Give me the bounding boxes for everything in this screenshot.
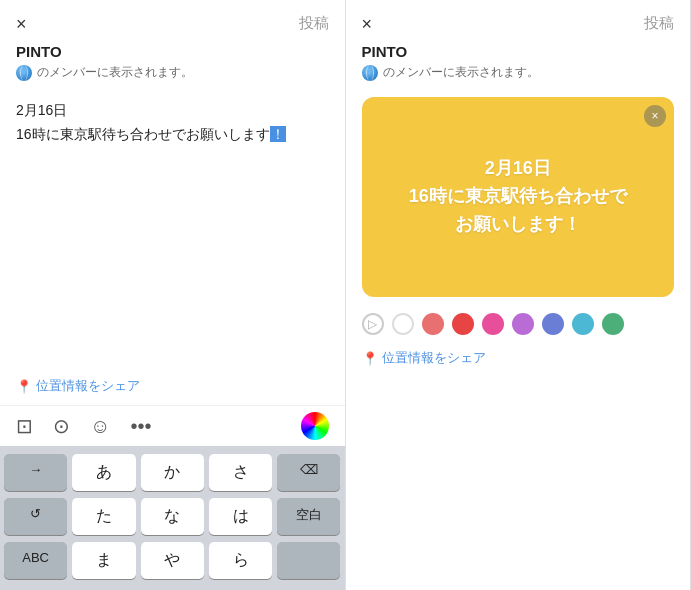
right-location-pin-icon: 📍 (362, 351, 378, 366)
keyboard-row-1: → あ か さ ⌫ (4, 454, 341, 491)
keyboard-row-2: ↺ た な は 空白 (4, 498, 341, 535)
text-cursor: ！ (270, 126, 286, 142)
card-date: 2月16日 (409, 155, 627, 183)
key-ta[interactable]: た (72, 498, 135, 535)
palette-play-button[interactable]: ▷ (362, 313, 384, 335)
image-card[interactable]: × 2月16日 16時に東京駅待ち合わせでお願いします！ (362, 97, 675, 297)
palette-blue[interactable] (542, 313, 564, 335)
left-toolbar: ⊡ ⊙ ☺ ••• (0, 405, 345, 446)
key-ha[interactable]: は (209, 498, 272, 535)
color-wheel-button[interactable] (301, 412, 329, 440)
key-a[interactable]: あ (72, 454, 135, 491)
key-ma[interactable]: ま (72, 542, 135, 579)
card-body: 16時に東京駅待ち合わせでお願いします！ (409, 183, 627, 239)
key-space[interactable]: 空白 (277, 498, 340, 535)
keyboard-row-3: ABC ま や ら (4, 542, 341, 579)
left-location-share[interactable]: 📍 位置情報をシェア (0, 367, 345, 405)
right-member-row: のメンバーに表示されます。 (346, 62, 691, 89)
key-backspace[interactable]: ⌫ (277, 454, 340, 491)
left-post-button[interactable]: 投稿 (299, 14, 329, 33)
key-sa[interactable]: さ (209, 454, 272, 491)
palette-green[interactable] (602, 313, 624, 335)
left-content-area[interactable]: 2月16日 16時に東京駅待ち合わせでお願いします！ (0, 89, 345, 367)
key-abc[interactable]: ABC (4, 542, 67, 579)
right-location-label: 位置情報をシェア (382, 349, 486, 367)
post-body: 16時に東京駅待ち合わせでお願いします！ (16, 123, 329, 145)
right-app-name: PINTO (346, 39, 691, 62)
key-na[interactable]: な (141, 498, 204, 535)
card-close-button[interactable]: × (644, 105, 666, 127)
palette-salmon[interactable] (422, 313, 444, 335)
emoji-icon[interactable]: ☺ (90, 415, 110, 438)
location-pin-icon: 📍 (16, 379, 32, 394)
key-ka[interactable]: か (141, 454, 204, 491)
left-keyboard: → あ か さ ⌫ ↺ た な は 空白 ABC ま や ら (0, 446, 345, 590)
palette-white[interactable] (392, 313, 414, 335)
key-ya[interactable]: や (141, 542, 204, 579)
right-close-button[interactable]: × (362, 15, 373, 33)
post-date: 2月16日 (16, 99, 329, 121)
globe-icon (16, 65, 32, 81)
card-text: 2月16日 16時に東京駅待ち合わせでお願いします！ (409, 155, 627, 239)
left-post-text: 2月16日 16時に東京駅待ち合わせでお願いします！ (16, 99, 329, 146)
camera-icon[interactable]: ⊙ (53, 414, 70, 438)
key-ra[interactable]: ら (209, 542, 272, 579)
right-location-share[interactable]: 📍 位置情報をシェア (346, 339, 691, 377)
left-close-button[interactable]: × (16, 15, 27, 33)
palette-red[interactable] (452, 313, 474, 335)
left-location-label: 位置情報をシェア (36, 377, 140, 395)
key-arrow[interactable]: → (4, 454, 67, 491)
left-app-name: PINTO (0, 39, 345, 62)
palette-pink[interactable] (482, 313, 504, 335)
key-undo[interactable]: ↺ (4, 498, 67, 535)
toolbar-icons: ⊡ ⊙ ☺ ••• (16, 414, 329, 438)
palette-teal[interactable] (572, 313, 594, 335)
image-icon[interactable]: ⊡ (16, 414, 33, 438)
left-member-text: のメンバーに表示されます。 (37, 64, 193, 81)
right-globe-icon (362, 65, 378, 81)
key-empty (277, 542, 340, 579)
left-panel: × 投稿 PINTO のメンバーに表示されます。 2月16日 16時に東京駅待ち… (0, 0, 346, 590)
right-panel: × 投稿 PINTO のメンバーに表示されます。 × 2月16日 16時に東京駅… (346, 0, 692, 590)
right-member-text: のメンバーに表示されます。 (383, 64, 539, 81)
right-header: × 投稿 (346, 0, 691, 39)
left-member-row: のメンバーに表示されます。 (0, 62, 345, 89)
right-post-button[interactable]: 投稿 (644, 14, 674, 33)
palette-purple[interactable] (512, 313, 534, 335)
palette-row: ▷ (346, 305, 691, 339)
more-icon[interactable]: ••• (130, 415, 151, 438)
left-header: × 投稿 (0, 0, 345, 39)
